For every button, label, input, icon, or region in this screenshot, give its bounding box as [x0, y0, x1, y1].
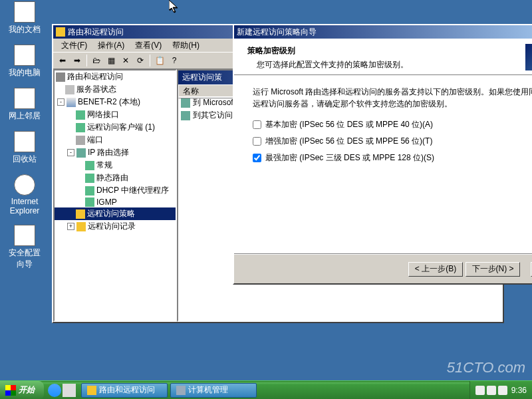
computer-icon [66, 98, 76, 107]
tray-icon[interactable] [475, 386, 485, 395]
properties-button[interactable]: ▦ [104, 54, 118, 67]
rras-icon [87, 386, 96, 395]
task-label: 路由和远程访问 [99, 384, 155, 396]
menu-help[interactable]: 帮助(H) [167, 40, 205, 51]
watermark: 51CTO.com [447, 359, 525, 376]
recycle-icon [14, 131, 35, 152]
desktop-icon-recycle[interactable]: 回收站 [5, 131, 44, 165]
wizard-header-title: 策略加密级别 [247, 45, 532, 57]
desktop-icon-label: 安全配置向导 [5, 247, 44, 270]
tree-status[interactable]: 服务器状态 [55, 83, 176, 96]
taskbar-task-compmgmt[interactable]: 计算机管理 [170, 383, 257, 398]
collapse-icon[interactable]: - [67, 149, 74, 156]
tree-item-igmp[interactable]: IGMP [55, 197, 176, 207]
tree-item-general[interactable]: 常规 [55, 159, 176, 172]
encryption-strongest-row[interactable]: 最强加密 (IPSec 三级 DES 或 MPPE 128 位)(S) [253, 152, 532, 164]
desktop-icon-ie[interactable]: Internet Explorer [5, 174, 44, 215]
system-tray[interactable]: 9:36 [469, 381, 532, 400]
computer-icon [14, 45, 35, 66]
tray-icon[interactable] [487, 386, 496, 395]
task-label: 计算机管理 [188, 384, 228, 396]
svg-marker-0 [169, 0, 177, 12]
tree-label: 端口 [87, 134, 103, 146]
forward-button[interactable]: ➡ [70, 54, 84, 67]
back-button[interactable]: ⬅ [56, 54, 69, 67]
taskbar: 开始 路由和远程访问 计算机管理 9:36 [0, 380, 532, 399]
tree-item-policy[interactable]: 远程访问策略 [55, 207, 176, 220]
desktop-icon-documents[interactable]: 我的文档 [5, 1, 44, 35]
taskbar-task-rras[interactable]: 路由和远程访问 [81, 383, 168, 398]
window-title: 路由和远程访问 [68, 27, 124, 38]
wizard-titlebar[interactable]: 新建远程访问策略向导 [234, 25, 532, 39]
checkbox-label: 最强加密 (IPSec 三级 DES 或 MPPE 128 位)(S) [265, 152, 434, 164]
tree-item-ports[interactable]: 端口 [55, 134, 176, 146]
wizard-description: 运行 Microsoft 路由选择和远程访问的服务器支持以下的加密级别。如果您使… [253, 86, 532, 110]
tree-item-clients[interactable]: 远程访问客户端 (1) [55, 121, 176, 134]
wizard-dialog: 新建远程访问策略向导 策略加密级别 您可选择此配置文件支持的策略加密级别。 运行… [233, 24, 532, 285]
clock: 9:36 [511, 386, 527, 395]
desktop-icon-label: 回收站 [13, 154, 37, 165]
delete-button[interactable]: ✕ [119, 54, 132, 67]
start-button[interactable]: 开始 [0, 381, 44, 400]
ql-desktop-icon[interactable] [63, 384, 76, 397]
menu-action[interactable]: 操作(A) [92, 40, 130, 51]
dhcp-icon [85, 186, 94, 196]
tree-label: IGMP [96, 198, 117, 207]
tray-icon[interactable] [498, 386, 507, 395]
policy-item-icon [181, 111, 190, 120]
documents-icon [14, 1, 35, 23]
next-button[interactable]: 下一步(N) > [466, 262, 520, 277]
toolbar-separator [150, 55, 150, 66]
tree-label: 常规 [96, 160, 112, 171]
menu-view[interactable]: 查看(V) [130, 40, 167, 51]
tree-item-netif[interactable]: 网络接口 [55, 108, 176, 121]
checkbox-label: 增强加密 (IPSec 56 位 DES 或 MPPE 56 位)(T) [265, 136, 432, 147]
tree-label: 服务器状态 [76, 84, 116, 95]
tree-item-logging[interactable]: +远程访问记录 [55, 220, 176, 233]
clients-icon [76, 123, 85, 132]
encryption-enhanced-checkbox[interactable] [253, 137, 261, 146]
compmgmt-icon [176, 386, 186, 395]
encryption-strongest-checkbox[interactable] [253, 154, 261, 162]
desktop-icon-label: 网上邻居 [9, 110, 41, 122]
desktop-icon-network[interactable]: 网上邻居 [5, 88, 44, 122]
export-button[interactable]: 📋 [153, 54, 166, 67]
security-icon [14, 225, 35, 246]
windows-logo-icon [5, 385, 16, 396]
tree-label: DHCP 中继代理程序 [96, 185, 169, 196]
tree-root[interactable]: 路由和远程访问 [55, 70, 176, 83]
ql-ie-icon[interactable] [48, 384, 61, 397]
refresh-button[interactable]: ⟳ [134, 54, 147, 67]
tree-label: 远程访问策略 [87, 208, 135, 219]
up-button[interactable]: 🗁 [90, 54, 103, 67]
collapse-icon[interactable]: - [57, 98, 65, 106]
rras-icon [56, 27, 65, 37]
encryption-enhanced-row[interactable]: 增强加密 (IPSec 56 位 DES 或 MPPE 56 位)(T) [253, 136, 532, 147]
tree-server[interactable]: -BENET-R2 (本地) [55, 96, 176, 108]
mouse-cursor-icon [169, 0, 178, 13]
tree-item-dhcp[interactable]: DHCP 中继代理程序 [55, 184, 176, 197]
ports-icon [76, 136, 85, 145]
desktop-icon-security[interactable]: 安全配置向导 [5, 225, 44, 270]
wizard-banner-icon [525, 44, 532, 70]
tree-panel[interactable]: 路由和远程访问 服务器状态 -BENET-R2 (本地) 网络接口 远程访问客户… [53, 69, 177, 322]
wizard-header: 策略加密级别 您可选择此配置文件支持的策略加密级别。 [234, 39, 532, 75]
help-button[interactable]: ? [168, 54, 181, 67]
encryption-basic-checkbox[interactable] [253, 120, 261, 129]
start-label: 开始 [19, 384, 35, 396]
desktop-icon-computer[interactable]: 我的电脑 [5, 45, 44, 78]
general-icon [85, 161, 94, 170]
tree-label: 远程访问记录 [88, 221, 136, 232]
menu-file[interactable]: 文件(F) [56, 40, 92, 51]
static-icon [85, 174, 94, 183]
wizard-title: 新建远程访问策略向导 [237, 27, 317, 38]
ie-icon [14, 174, 35, 196]
list-item-label: 到 Microsoft [193, 97, 235, 108]
expand-icon[interactable]: + [67, 223, 74, 230]
tree-label: 远程访问客户端 (1) [87, 122, 155, 133]
tree-item-static[interactable]: 静态路由 [55, 172, 176, 184]
desktop-icon-label: 我的电脑 [9, 67, 41, 78]
back-button[interactable]: < 上一步(B) [408, 262, 463, 277]
tree-item-iprouting[interactable]: -IP 路由选择 [55, 146, 176, 159]
encryption-basic-row[interactable]: 基本加密 (IPSec 56 位 DES 或 MPPE 40 位)(A) [253, 119, 532, 130]
